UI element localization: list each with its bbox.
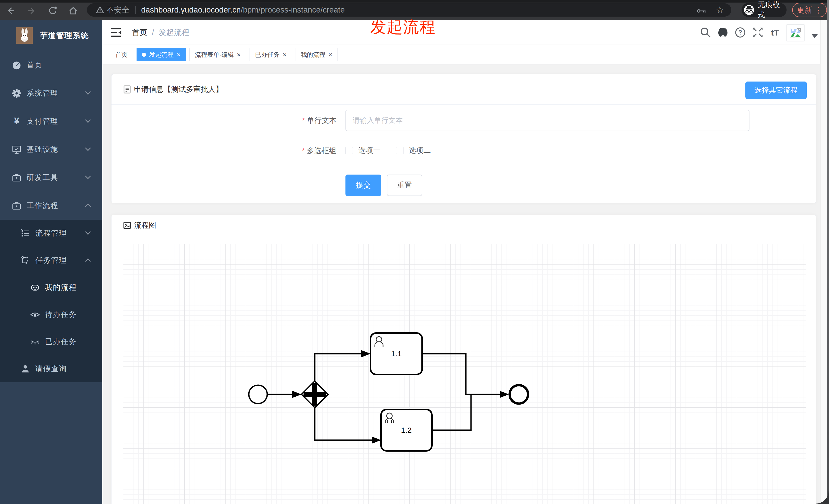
home-icon[interactable] xyxy=(68,6,78,16)
chevron-down-icon xyxy=(85,229,91,235)
sidebar-item-task-mgmt[interactable]: 任务管理 xyxy=(0,247,102,274)
yen-icon: ¥ xyxy=(12,117,22,126)
scrollbar-track[interactable] xyxy=(820,20,827,504)
sidebar-item-label: 工作流程 xyxy=(27,201,58,211)
key-icon[interactable] xyxy=(696,5,707,15)
sidebar-item-devtools[interactable]: 研发工具 xyxy=(0,163,102,192)
url-domain: dashboard.yudao.iocoder.cn xyxy=(141,5,241,14)
checkbox-group: 选项一 选项二 xyxy=(346,143,431,158)
reset-button[interactable]: 重置 xyxy=(387,175,422,196)
bpmn-diagram: 1.1 1.2 xyxy=(123,244,806,504)
bpmn-task-1-label: 1.1 xyxy=(391,349,402,358)
tag-start-process[interactable]: 发起流程 × xyxy=(137,48,186,61)
window-corner xyxy=(816,491,829,504)
choose-other-process-button[interactable]: 选择其它流程 xyxy=(745,81,807,99)
active-dot xyxy=(142,53,146,57)
forward-icon[interactable] xyxy=(27,6,37,16)
security-chip[interactable]: 不安全 xyxy=(96,5,130,15)
app-logo xyxy=(16,27,33,44)
bookmark-star-icon[interactable]: ☆ xyxy=(716,4,724,16)
form-buttons: 提交 重置 xyxy=(346,175,422,196)
sidebar-item-my-process[interactable]: 我的流程 xyxy=(0,274,102,301)
required-asterisk: * xyxy=(302,147,305,155)
browser-tabstrip xyxy=(0,0,829,3)
checkbox-box[interactable] xyxy=(396,147,403,154)
app-logo-row[interactable]: 芋道管理系统 xyxy=(0,20,102,51)
checkbox-option-2[interactable]: 选项二 xyxy=(396,146,431,156)
checkbox-option-1[interactable]: 选项一 xyxy=(346,146,381,156)
bpmn-arrowhead xyxy=(361,350,370,357)
checkbox-box[interactable] xyxy=(346,147,353,154)
sidebar-submenu: 流程管理 任务管理 我的流程 待办任务 已办任务 请假查询 xyxy=(0,220,102,382)
incognito-badge: 无痕模式 xyxy=(742,3,787,17)
tag-home[interactable]: 首页 xyxy=(110,48,133,61)
bpmn-canvas[interactable]: 1.1 1.2 xyxy=(123,244,806,504)
sidebar-item-process-mgmt[interactable]: 流程管理 xyxy=(0,220,102,247)
back-icon[interactable] xyxy=(6,6,16,16)
chevron-up-icon xyxy=(85,204,91,209)
bpmn-end-event[interactable] xyxy=(510,385,528,403)
close-icon[interactable]: × xyxy=(177,51,181,58)
breadcrumb: 首页 / 发起流程 xyxy=(132,20,189,45)
github-icon[interactable] xyxy=(717,27,729,38)
sidebar-item-home[interactable]: 首页 xyxy=(0,51,102,79)
sidebar-item-leave-query[interactable]: 请假查询 xyxy=(0,355,102,382)
app-header: 首页 / 发起流程 ? tT xyxy=(102,20,829,45)
submit-button[interactable]: 提交 xyxy=(346,175,381,196)
address-bar[interactable]: 不安全 dashboard.yudao.iocoder.cn/bpm/proce… xyxy=(87,3,731,16)
fullscreen-icon[interactable] xyxy=(752,27,763,38)
sidebar-item-label: 基础设施 xyxy=(27,144,58,155)
bpmn-flow xyxy=(422,354,500,394)
sidebar-item-todo-tasks[interactable]: 待办任务 xyxy=(0,301,102,328)
tag-done-tasks[interactable]: 已办任务× xyxy=(250,48,292,61)
sidebar-item-label: 支付管理 xyxy=(27,116,58,126)
chevron-down-icon xyxy=(85,89,91,95)
bpmn-arrowhead xyxy=(500,391,509,398)
sidebar-item-infrastructure[interactable]: 基础设施 xyxy=(0,135,102,163)
process-diagram-card: 流程图 xyxy=(111,215,816,504)
incognito-label: 无痕模式 xyxy=(758,0,787,20)
briefcase-icon xyxy=(12,173,22,183)
search-icon[interactable] xyxy=(699,27,711,38)
close-icon[interactable]: × xyxy=(237,51,241,58)
sidebar-item-workflow[interactable]: 工作流程 xyxy=(0,192,102,220)
robot-face-icon xyxy=(30,283,40,293)
font-size-icon[interactable]: tT xyxy=(769,27,781,38)
tag-label: 发起流程 xyxy=(149,51,174,59)
gateway-plus-icon xyxy=(312,383,317,405)
browser-toolbar: 不安全 dashboard.yudao.iocoder.cn/bpm/proce… xyxy=(0,0,829,20)
window-edge xyxy=(827,0,829,504)
browser-menu-icon: ⋮ xyxy=(815,6,822,14)
tag-form-edit[interactable]: 流程表单-编辑× xyxy=(189,48,246,61)
field-label-checkbox-group: *多选框组 xyxy=(111,143,336,158)
close-icon[interactable]: × xyxy=(329,51,332,58)
person-icon xyxy=(21,364,30,374)
card-title: 申请信息【测试多审批人】 xyxy=(134,84,223,94)
close-icon[interactable]: × xyxy=(283,51,286,58)
avatar[interactable] xyxy=(787,25,804,41)
avatar-dropdown-caret[interactable] xyxy=(812,34,818,38)
bpmn-flow xyxy=(315,408,372,440)
card-title: 流程图 xyxy=(134,220,156,231)
sidebar-item-label: 首页 xyxy=(27,60,42,70)
apply-info-card: 申请信息【测试多审批人】 选择其它流程 *单行文本 *多选框组 选项一 选项二 … xyxy=(111,74,816,203)
bpmn-task-2-label: 1.2 xyxy=(401,426,412,434)
single-text-input[interactable] xyxy=(346,110,750,131)
tag-my-process[interactable]: 我的流程× xyxy=(296,48,338,61)
card-header: 流程图 xyxy=(111,215,816,236)
sidebar-item-payment[interactable]: ¥ 支付管理 xyxy=(0,107,102,135)
sidebar-item-label: 待办任务 xyxy=(45,310,77,320)
breadcrumb-home[interactable]: 首页 xyxy=(132,27,147,38)
reload-icon[interactable] xyxy=(47,6,58,16)
content: 申请信息【测试多审批人】 选择其它流程 *单行文本 *多选框组 选项一 选项二 … xyxy=(102,65,829,504)
checkbox-label: 选项二 xyxy=(409,146,431,156)
sidebar-item-system[interactable]: 系统管理 xyxy=(0,79,102,107)
sidebar-item-label: 流程管理 xyxy=(35,228,67,238)
sidebar-item-done-tasks[interactable]: 已办任务 xyxy=(0,328,102,355)
bpmn-start-event[interactable] xyxy=(249,385,267,403)
help-icon[interactable]: ? xyxy=(734,27,746,38)
briefcase-icon xyxy=(12,201,22,210)
sidebar-collapse-icon[interactable] xyxy=(110,27,122,38)
browser-update-button[interactable]: 更新 ⋮ xyxy=(792,3,827,17)
security-label: 不安全 xyxy=(106,5,130,15)
